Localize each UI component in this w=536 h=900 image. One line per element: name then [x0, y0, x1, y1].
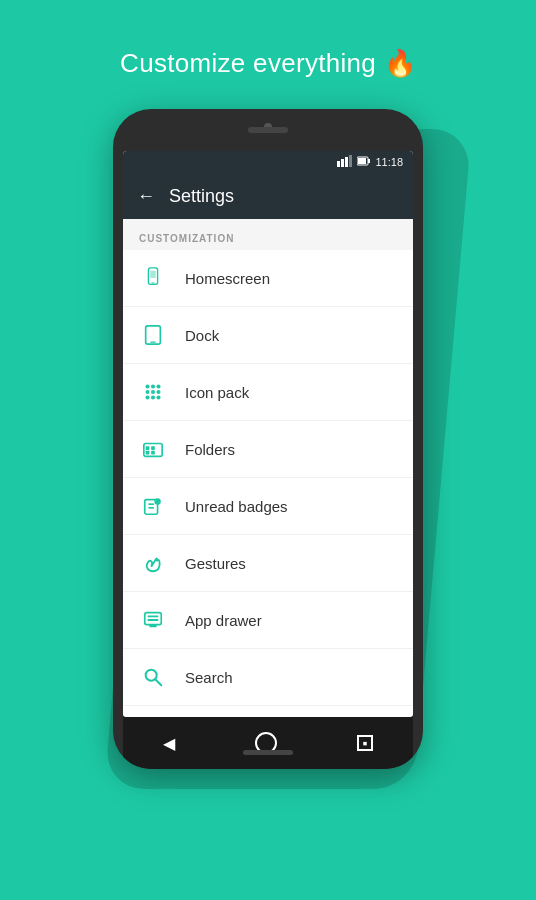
list-item[interactable]: Search	[123, 649, 413, 706]
phone-speaker	[248, 127, 288, 133]
back-button[interactable]: ←	[137, 186, 155, 207]
item-label: Icon pack	[185, 384, 249, 401]
svg-rect-11	[150, 341, 156, 342]
status-bar: 11:18	[123, 151, 413, 173]
item-label: Folders	[185, 441, 235, 458]
svg-rect-2	[345, 157, 348, 167]
svg-rect-5	[358, 158, 366, 164]
badges-icon	[139, 492, 167, 520]
svg-rect-24	[146, 451, 150, 455]
folders-icon	[139, 435, 167, 463]
section-header: CUSTOMIZATION	[123, 219, 413, 250]
item-label: Unread badges	[185, 498, 288, 515]
recents-nav-button[interactable]: ▪	[357, 735, 373, 751]
iconpack-icon	[139, 378, 167, 406]
svg-rect-22	[146, 446, 150, 450]
phone-screen: 11:18 ← Settings CUSTOMIZATION	[123, 151, 413, 717]
svg-rect-6	[368, 159, 370, 163]
svg-rect-10	[146, 326, 161, 344]
settings-list: Homescreen Dock	[123, 250, 413, 717]
svg-rect-30	[145, 613, 162, 625]
svg-rect-31	[148, 615, 159, 617]
svg-point-16	[151, 390, 155, 394]
svg-point-12	[145, 384, 149, 388]
gestures-icon	[139, 549, 167, 577]
svg-point-19	[151, 395, 155, 399]
svg-rect-9	[150, 271, 156, 278]
list-item[interactable]: Dock	[123, 307, 413, 364]
svg-point-27	[154, 498, 160, 504]
svg-rect-25	[151, 451, 155, 455]
svg-rect-33	[149, 625, 156, 628]
page-title: Customize everything 🔥	[120, 48, 416, 79]
phone-body: 11:18 ← Settings CUSTOMIZATION	[113, 109, 423, 769]
list-item[interactable]: App drawer	[123, 592, 413, 649]
list-item[interactable]: Folders	[123, 421, 413, 478]
svg-point-34	[146, 670, 157, 681]
svg-rect-23	[151, 446, 155, 450]
search-icon	[139, 663, 167, 691]
app-bar: ← Settings	[123, 173, 413, 219]
item-label: App drawer	[185, 612, 262, 629]
status-time: 11:18	[375, 156, 403, 168]
svg-point-15	[145, 390, 149, 394]
battery-icon	[357, 156, 371, 168]
phone-bottom-bar	[243, 750, 293, 755]
homescreen-icon	[139, 264, 167, 292]
svg-point-14	[156, 384, 160, 388]
phone-mockup: 11:18 ← Settings CUSTOMIZATION	[113, 109, 423, 789]
item-label: Gestures	[185, 555, 246, 572]
back-nav-button[interactable]: ◀	[163, 734, 175, 753]
svg-rect-32	[148, 619, 159, 621]
nav-bar: ◀ ▪	[123, 717, 413, 769]
list-item[interactable]: Homescreen	[123, 250, 413, 307]
list-item[interactable]: Icon pack	[123, 364, 413, 421]
svg-point-13	[151, 384, 155, 388]
svg-rect-8	[151, 283, 155, 284]
screen-title: Settings	[169, 186, 234, 207]
item-label: Homescreen	[185, 270, 270, 287]
svg-line-35	[156, 680, 162, 686]
svg-point-20	[156, 395, 160, 399]
dock-icon	[139, 321, 167, 349]
list-item[interactable]: Hide apps	[123, 706, 413, 717]
svg-rect-3	[349, 155, 352, 167]
settings-content: CUSTOMIZATION Homescreen	[123, 219, 413, 717]
signal-icon	[337, 155, 353, 169]
list-item[interactable]: Gestures	[123, 535, 413, 592]
svg-rect-0	[337, 161, 340, 167]
list-item[interactable]: Unread badges	[123, 478, 413, 535]
item-label: Dock	[185, 327, 219, 344]
svg-rect-1	[341, 159, 344, 167]
svg-point-18	[145, 395, 149, 399]
svg-point-17	[156, 390, 160, 394]
item-label: Search	[185, 669, 233, 686]
appdrawer-icon	[139, 606, 167, 634]
